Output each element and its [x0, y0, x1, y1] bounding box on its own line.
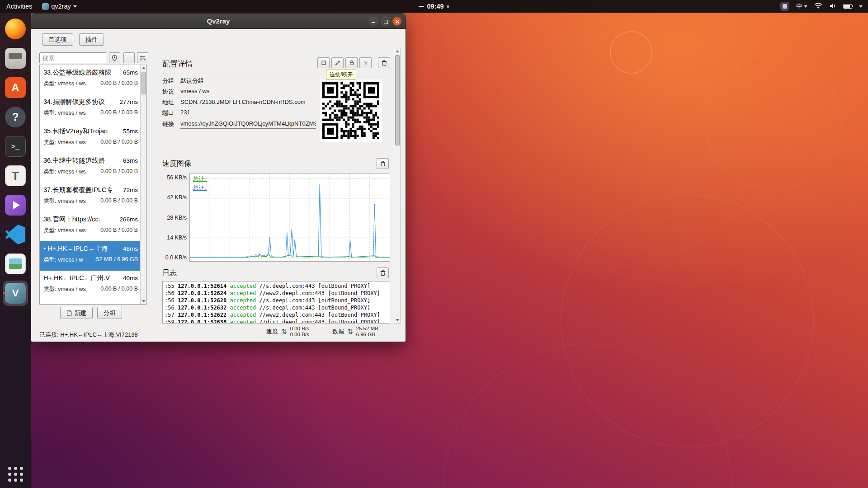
search-input[interactable]	[39, 52, 106, 63]
server-title: 37.长期套餐覆盖IPLC专	[43, 186, 121, 194]
server-list-item[interactable]: 38.官网：https://cc.266ms类型: vmess / ws0.00…	[40, 212, 141, 241]
server-latency: 65ms	[123, 69, 138, 76]
server-list-item[interactable]: 35.包括V2ray和Trojan55ms类型: vmess / ws0.00 …	[40, 124, 141, 153]
qr-code-image	[322, 82, 379, 139]
log-view: :55 127.0.0.1:52614 accepted //s.deepl.c…	[162, 281, 390, 324]
app-menu[interactable]: qv2ray	[42, 3, 77, 10]
ubuntu-software-icon[interactable]: A	[3, 75, 28, 100]
scrollbar-thumb[interactable]	[395, 55, 400, 145]
server-title: 38.官网：https://cc.	[43, 215, 118, 224]
server-list-item[interactable]: • H+.HK←IPLC←上海48ms类型: vmess / w.52 MB /…	[40, 241, 141, 271]
server-list: 33.公益等级線路嚴格限65ms类型: vmess / ws0.00 B / 0…	[39, 65, 147, 305]
server-list-scrollbar[interactable]	[140, 65, 146, 304]
settings-button[interactable]	[359, 57, 372, 68]
file-manager-glyph	[5, 48, 26, 69]
legend-total-upload[interactable]: 总计↑	[193, 175, 207, 183]
scrollbar-thumb[interactable]	[142, 72, 146, 94]
server-title: 34.捐贈解锁更多协议	[43, 98, 118, 106]
legend-total-download[interactable]: 总计↓	[193, 184, 207, 192]
server-traffic: 0.00 B / 0.00 B	[100, 168, 138, 176]
connection-status: 已连接: H+.HK←IPLC←上海.VI72138	[39, 331, 138, 339]
data-up-value: 25.52 MB	[356, 326, 378, 332]
input-method-indicator[interactable]: 中	[796, 2, 807, 10]
speed-chart	[189, 173, 390, 262]
sort-button[interactable]	[137, 52, 148, 63]
preferences-button[interactable]: 首选项	[42, 33, 73, 46]
terminal-icon[interactable]: >_	[3, 134, 28, 159]
qv2ray-window: Qv2ray 首选项 插件 33.公益等级線路嚴格限65ms类型: vmess …	[31, 13, 406, 342]
app-menu-icon	[42, 3, 49, 10]
close-button[interactable]	[392, 17, 401, 26]
edit-json-button[interactable]	[345, 57, 358, 68]
minimize-button[interactable]	[369, 17, 378, 26]
image-viewer-glyph	[5, 253, 26, 274]
server-list-item[interactable]: 33.公益等级線路嚴格限65ms类型: vmess / ws0.00 B / 0…	[40, 65, 141, 94]
plugins-button[interactable]: 插件	[79, 33, 104, 46]
delete-config-button[interactable]	[378, 57, 390, 68]
scroll-down-arrow-icon[interactable]	[141, 298, 146, 304]
edit-config-button[interactable]	[331, 57, 344, 68]
server-latency: 40ms	[123, 275, 138, 282]
input-method-label: 中	[796, 2, 802, 10]
server-list-item[interactable]: 34.捐贈解锁更多协议277ms类型: vmess / ws0.00 B / 0…	[40, 94, 141, 124]
share-link-field[interactable]: vmess://eyJhZGQiOiJTQ0ROLjcyMTM4LkpNT0ZM…	[180, 120, 316, 129]
server-traffic: 0.00 B / 0.00 B	[100, 109, 138, 117]
qv2ray-glyph: V	[5, 283, 26, 304]
server-latency: 266ms	[119, 216, 138, 223]
details-heading: 配置详情	[162, 59, 193, 69]
clear-log-button[interactable]	[377, 267, 389, 278]
server-list-item[interactable]: 36.中继中转隧道线路63ms类型: vmess / ws0.00 B / 0.…	[40, 153, 141, 183]
scroll-up-arrow-icon[interactable]	[141, 65, 146, 71]
server-list-item[interactable]: H+.HK←IPLC←	[40, 300, 141, 305]
battery-icon[interactable]	[843, 4, 852, 9]
server-list-item[interactable]: 37.长期套餐覆盖IPLC专72ms类型: vmess / ws0.00 B /…	[40, 183, 141, 212]
qr-code	[320, 80, 382, 142]
server-title: 35.包括V2ray和Trojan	[43, 127, 121, 136]
speed-graph-heading: 速度图像	[162, 159, 191, 169]
volume-icon[interactable]	[829, 3, 836, 10]
speed-status: 速度 0.00 B/s 0.00 B/s	[266, 326, 309, 338]
details-pane-scrollbar[interactable]	[394, 48, 401, 324]
activities-button[interactable]: Activities	[6, 3, 32, 10]
speed-up-value: 0.00 B/s	[290, 326, 309, 332]
window-titlebar[interactable]: Qv2ray	[31, 14, 406, 29]
vscode-icon[interactable]	[3, 222, 28, 247]
tray-app-icon[interactable]	[780, 2, 789, 11]
location-pin-icon	[112, 55, 118, 61]
file-transfer-glyph	[5, 195, 26, 216]
wifi-icon[interactable]	[814, 3, 822, 10]
help-icon[interactable]: ?	[3, 104, 28, 130]
file-manager-icon[interactable]	[3, 46, 28, 71]
clear-graph-button[interactable]	[377, 158, 389, 169]
log-line: :56 127.0.0.1:52632 accepted //s.deepl.c…	[165, 304, 388, 311]
speed-down-value: 0.00 B/s	[290, 332, 309, 338]
latency-test-button[interactable]	[109, 52, 120, 63]
firefox-icon[interactable]	[3, 16, 28, 42]
scroll-down-arrow-icon[interactable]	[394, 317, 400, 323]
qv2ray-icon[interactable]: V	[3, 281, 28, 306]
image-viewer-icon[interactable]	[3, 251, 28, 277]
file-transfer-icon[interactable]	[3, 192, 28, 218]
blank-tool-button[interactable]	[123, 52, 135, 63]
server-traffic: 0.00 B / 0.00 B	[100, 139, 138, 146]
sort-icon	[140, 55, 146, 61]
terminal-glyph: >_	[5, 136, 26, 157]
maximize-button[interactable]	[381, 17, 390, 26]
server-traffic: 0.00 B / 0.00 B	[100, 286, 138, 293]
server-list-item[interactable]: H+.HK←IPLC←广州.V40ms类型: vmess / ws0.00 B …	[40, 271, 141, 300]
group-button[interactable]: 分组	[97, 307, 122, 319]
system-menu-chevron-icon[interactable]	[859, 5, 863, 8]
field-label-address: 地址	[162, 99, 179, 107]
text-editor-glyph: T	[5, 165, 26, 186]
clock[interactable]: 09:49	[419, 0, 449, 13]
text-editor-icon[interactable]: T	[3, 163, 28, 188]
server-type: 类型: vmess / ws	[43, 109, 86, 117]
scroll-up-arrow-icon[interactable]	[394, 48, 400, 54]
disconnect-button[interactable]	[317, 57, 330, 68]
new-config-button[interactable]: 新建	[60, 307, 93, 319]
y-tick-label: 56 KB/s	[167, 174, 187, 181]
show-applications-button[interactable]	[8, 467, 23, 482]
field-value-port: 231	[180, 109, 316, 116]
new-config-label: 新建	[74, 309, 86, 317]
server-latency: 277ms	[119, 99, 138, 105]
